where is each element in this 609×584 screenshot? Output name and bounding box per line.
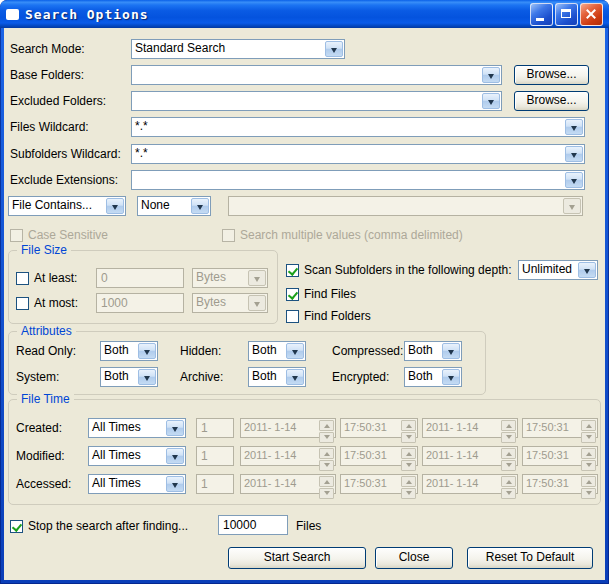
subfolders-wildcard-label: Subfolders Wildcard:: [10, 147, 121, 161]
encrypted-label: Encrypted:: [332, 370, 389, 384]
created-to-time: 17:50:31: [522, 418, 598, 438]
encrypted-select[interactable]: Both: [404, 367, 462, 387]
chevron-down-icon[interactable]: [565, 119, 583, 135]
exclude-extensions-combo[interactable]: [131, 170, 585, 190]
created-from-date: 2011- 1-14: [240, 418, 336, 438]
spin-up-icon: [581, 420, 596, 431]
depth-select[interactable]: Unlimited: [518, 260, 598, 280]
checkbox-box[interactable]: [10, 520, 23, 533]
checkbox-box[interactable]: [16, 272, 29, 285]
chevron-down-icon: [248, 295, 266, 311]
spin-down-icon: [401, 460, 416, 471]
stop-count-input[interactable]: [218, 515, 288, 535]
base-folders-label: Base Folders:: [10, 68, 84, 82]
spin-down-icon: [581, 488, 596, 499]
reset-to-default-button[interactable]: Reset To Default: [467, 547, 593, 569]
excluded-folders-combo[interactable]: [131, 91, 502, 111]
spin-up-icon: [319, 420, 334, 431]
chevron-down-icon[interactable]: [482, 67, 500, 83]
chevron-down-icon[interactable]: [191, 198, 209, 214]
chevron-down-icon[interactable]: [578, 262, 596, 278]
checkbox-box: [222, 229, 235, 242]
chevron-down-icon[interactable]: [138, 369, 156, 385]
chevron-down-icon[interactable]: [482, 93, 500, 109]
chevron-down-icon[interactable]: [166, 448, 184, 464]
spin-up-icon: [581, 476, 596, 487]
spin-down-icon: [319, 460, 334, 471]
scan-subfolders-checkbox[interactable]: Scan Subfolders in the following depth:: [286, 263, 511, 277]
file-size-legend: File Size: [17, 243, 71, 258]
find-folders-checkbox[interactable]: Find Folders: [286, 309, 371, 323]
chevron-down-icon: [248, 270, 266, 286]
base-folders-combo[interactable]: [131, 65, 502, 85]
checkbox-label: Stop the search after finding...: [28, 519, 188, 533]
base-folders-browse-button[interactable]: Browse...: [514, 65, 589, 85]
close-button[interactable]: Close: [375, 547, 453, 569]
chevron-down-icon[interactable]: [565, 146, 583, 162]
chevron-down-icon[interactable]: [325, 41, 343, 57]
created-count-input: 1: [196, 418, 234, 438]
checkbox-box[interactable]: [286, 264, 299, 277]
spin-down-icon: [319, 432, 334, 443]
chevron-down-icon[interactable]: [166, 420, 184, 436]
at-most-checkbox[interactable]: At most:: [16, 296, 78, 310]
chevron-down-icon[interactable]: [166, 476, 184, 492]
checkbox-box[interactable]: [286, 310, 299, 323]
exclude-extensions-label: Exclude Extensions:: [10, 173, 118, 187]
compressed-select[interactable]: Both: [404, 341, 462, 361]
system-select[interactable]: Both: [100, 367, 158, 387]
modified-to-time: 17:50:31: [522, 446, 598, 466]
checkbox-label: Find Folders: [304, 309, 371, 323]
hidden-value: Both: [249, 342, 285, 360]
search-options-window: Search Options Search Mode: Standard Sea…: [0, 0, 609, 584]
maximize-button[interactable]: [555, 3, 578, 26]
spin-up-icon: [401, 476, 416, 487]
chevron-down-icon[interactable]: [106, 198, 124, 214]
spin-up-icon: [581, 448, 596, 459]
minimize-button[interactable]: [530, 3, 553, 26]
chevron-down-icon[interactable]: [565, 172, 583, 188]
excluded-folders-browse-button[interactable]: Browse...: [514, 91, 589, 111]
accessed-mode-select[interactable]: All Times: [88, 474, 186, 494]
at-most-unit-select: Bytes: [192, 293, 268, 313]
file-time-legend: File Time: [17, 392, 74, 407]
stop-search-checkbox[interactable]: Stop the search after finding...: [10, 519, 188, 533]
created-mode-value: All Times: [89, 419, 165, 437]
modified-count-input: 1: [196, 446, 234, 466]
titlebar[interactable]: Search Options: [0, 0, 609, 28]
titlebar-close-button[interactable]: [580, 3, 603, 26]
checkbox-box[interactable]: [286, 288, 299, 301]
chevron-down-icon[interactable]: [286, 369, 304, 385]
base-folders-value: [132, 66, 481, 84]
system-label: System:: [16, 370, 59, 384]
checkbox-label: At least:: [34, 271, 77, 285]
encrypted-value: Both: [405, 368, 441, 386]
subfolders-wildcard-combo[interactable]: *.*: [131, 144, 585, 164]
start-search-button[interactable]: Start Search: [228, 547, 366, 569]
spin-up-icon: [319, 476, 334, 487]
search-mode-select[interactable]: Standard Search: [131, 39, 345, 59]
contains-type-select[interactable]: None: [137, 196, 211, 216]
at-least-unit-value: Bytes: [193, 269, 247, 287]
chevron-down-icon[interactable]: [442, 343, 460, 359]
checkbox-box[interactable]: [16, 297, 29, 310]
checkbox-label: Scan Subfolders in the following depth:: [304, 263, 511, 277]
chevron-down-icon[interactable]: [138, 343, 156, 359]
files-wildcard-combo[interactable]: *.*: [131, 117, 585, 137]
archive-select[interactable]: Both: [248, 367, 306, 387]
accessed-label: Accessed:: [16, 477, 71, 491]
created-to-date: 2011- 1-14: [422, 418, 518, 438]
checkbox-label: At most:: [34, 296, 78, 310]
read-only-select[interactable]: Both: [100, 341, 158, 361]
modified-mode-select[interactable]: All Times: [88, 446, 186, 466]
hidden-select[interactable]: Both: [248, 341, 306, 361]
accessed-count-input: 1: [196, 474, 234, 494]
spin-up-icon: [401, 448, 416, 459]
created-mode-select[interactable]: All Times: [88, 418, 186, 438]
find-files-checkbox[interactable]: Find Files: [286, 287, 356, 301]
app-icon: [6, 9, 19, 20]
at-least-checkbox[interactable]: At least:: [16, 271, 77, 285]
file-contains-select[interactable]: File Contains...: [8, 196, 126, 216]
chevron-down-icon[interactable]: [286, 343, 304, 359]
chevron-down-icon[interactable]: [442, 369, 460, 385]
